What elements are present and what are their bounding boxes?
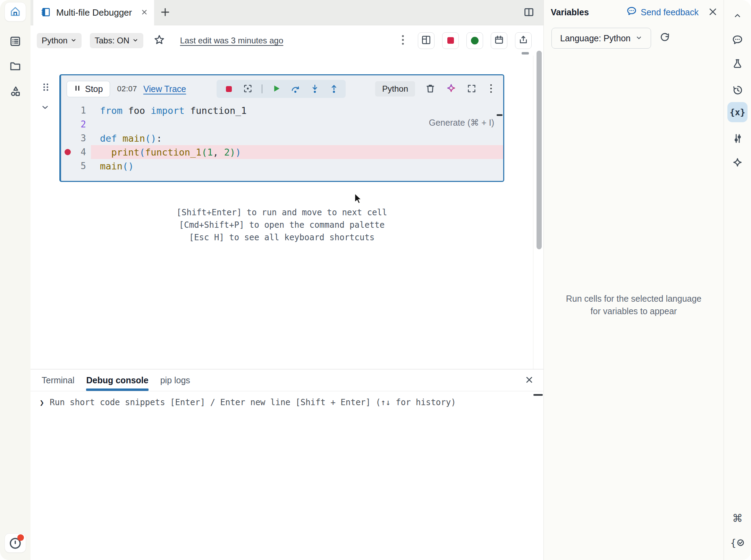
code-token: ) bbox=[235, 147, 241, 158]
code-line[interactable]: 3 def main(): bbox=[61, 131, 503, 145]
variables-panel: Variables Send feedback Language: Python bbox=[543, 0, 724, 560]
stop-debug-button[interactable]: Stop bbox=[67, 81, 110, 97]
step-into-button[interactable] bbox=[309, 84, 320, 94]
console-panel: Terminal Debug console pip logs ❯ bbox=[31, 369, 543, 560]
tab-multi-file-debugger[interactable]: Multi-file Debugger bbox=[33, 0, 154, 25]
chevron-down-icon bbox=[41, 103, 50, 113]
fullscreen-button[interactable] bbox=[466, 83, 477, 95]
tab-pip-logs-label: pip logs bbox=[160, 375, 190, 385]
layout-grid-icon bbox=[421, 35, 431, 46]
step-over-button[interactable] bbox=[290, 84, 301, 94]
favorite-star-button[interactable] bbox=[152, 33, 167, 48]
feedback-bubble-icon bbox=[626, 6, 637, 19]
continue-button[interactable] bbox=[271, 84, 281, 94]
horizontal-scroll-indicator[interactable] bbox=[522, 52, 529, 55]
focus-breakpoint-button[interactable] bbox=[243, 84, 253, 94]
history-panel-button[interactable] bbox=[728, 82, 747, 99]
machine-status-button[interactable] bbox=[466, 32, 483, 49]
more-options-button[interactable] bbox=[397, 32, 409, 49]
split-view-button[interactable] bbox=[521, 0, 537, 25]
layout-button[interactable] bbox=[418, 32, 434, 49]
stop-debugger-button[interactable] bbox=[223, 84, 234, 94]
tab-close-button[interactable] bbox=[140, 8, 149, 17]
code-token: ( bbox=[202, 147, 207, 158]
shapes-icon bbox=[9, 85, 22, 99]
line-number: 3 bbox=[74, 133, 86, 143]
line-number: 4 bbox=[74, 147, 86, 157]
schedule-button[interactable] bbox=[491, 32, 507, 49]
refresh-icon bbox=[659, 32, 671, 45]
pause-icon bbox=[74, 84, 81, 94]
tab-pip-logs[interactable]: pip logs bbox=[160, 369, 190, 391]
send-feedback-link[interactable]: Send feedback bbox=[626, 6, 699, 19]
chevron-down-icon bbox=[70, 36, 77, 45]
code-snippets-button[interactable]: { bbox=[728, 535, 747, 551]
stop-button-label: Stop bbox=[85, 84, 103, 94]
history-clock-button[interactable] bbox=[5, 533, 26, 553]
code-text: def main(): bbox=[91, 131, 503, 145]
cell-language-badge[interactable]: Python bbox=[375, 81, 415, 97]
language-dropdown[interactable]: Python bbox=[37, 33, 82, 48]
debug-timer: 02:07 bbox=[117, 84, 137, 93]
right-icon-rail: {x} ⌘ { bbox=[724, 0, 751, 560]
stop-machine-button[interactable] bbox=[442, 32, 459, 49]
panel-title: Variables bbox=[551, 7, 589, 17]
console-scroll-indicator[interactable] bbox=[533, 394, 543, 396]
tabs-toggle-dropdown[interactable]: Tabs: ON bbox=[90, 33, 143, 48]
cell-scrollbar[interactable] bbox=[497, 114, 503, 116]
generate-ai-hint[interactable]: Generate (⌘ + I) bbox=[429, 118, 494, 128]
tab-title: Multi-file Debugger bbox=[56, 7, 135, 18]
settings-sliders-button[interactable] bbox=[728, 131, 747, 147]
language-dropdown-label: Python bbox=[42, 36, 68, 45]
code-editor[interactable]: 1 from foo import function_1 2 3 def mai… bbox=[61, 102, 503, 173]
console-input[interactable]: ❯ Run short code snippets [Enter] / Ente… bbox=[31, 391, 543, 407]
chevron-down-icon bbox=[635, 33, 642, 43]
collapse-panel-button[interactable] bbox=[728, 8, 747, 24]
trash-icon bbox=[425, 83, 436, 95]
code-token: ( bbox=[140, 147, 145, 158]
comments-panel-button[interactable] bbox=[728, 32, 747, 49]
code-text: main() bbox=[91, 159, 503, 173]
code-token: : bbox=[157, 133, 162, 144]
focus-scan-icon bbox=[243, 83, 253, 95]
variables-language-row: Language: Python bbox=[551, 28, 724, 49]
sidebar-item-integrations[interactable] bbox=[5, 82, 26, 101]
sidebar-item-outline[interactable] bbox=[5, 32, 26, 51]
cell-more-options-button[interactable] bbox=[487, 82, 496, 96]
refresh-variables-button[interactable] bbox=[658, 31, 672, 45]
code-line[interactable]: 5 main() bbox=[61, 159, 503, 173]
prompt-chevron: ❯ bbox=[40, 398, 44, 407]
command-palette-button[interactable]: ⌘ bbox=[728, 510, 747, 526]
code-line-breakpoint[interactable]: 4 print(function_1(1, 2)) bbox=[61, 145, 503, 159]
kebab-menu-icon bbox=[487, 82, 496, 96]
code-line[interactable]: 1 from foo import function_1 bbox=[61, 103, 503, 117]
share-button[interactable] bbox=[515, 32, 532, 49]
step-out-button[interactable] bbox=[328, 84, 339, 94]
code-token: main bbox=[100, 161, 123, 172]
notebook-icon bbox=[40, 7, 51, 19]
cell-collapse-button[interactable] bbox=[41, 103, 50, 113]
last-edit-link[interactable]: Last edit was 3 minutes ago bbox=[180, 36, 284, 45]
breakpoint-gutter[interactable] bbox=[61, 149, 74, 155]
cell-drag-handle[interactable] bbox=[41, 82, 51, 93]
variables-language-dropdown[interactable]: Language: Python bbox=[551, 28, 651, 49]
sidebar-item-files[interactable] bbox=[5, 57, 26, 76]
ai-assist-button[interactable] bbox=[446, 83, 457, 95]
console-close-button[interactable] bbox=[524, 375, 534, 385]
home-button[interactable] bbox=[5, 2, 26, 22]
tab-terminal[interactable]: Terminal bbox=[42, 369, 74, 391]
variables-close-button[interactable] bbox=[707, 6, 719, 18]
experiments-panel-button[interactable] bbox=[728, 56, 747, 72]
view-trace-link[interactable]: View Trace bbox=[143, 84, 186, 94]
code-token: foo bbox=[128, 105, 151, 116]
new-tab-button[interactable] bbox=[154, 0, 176, 25]
delete-cell-button[interactable] bbox=[425, 83, 436, 95]
code-token: from bbox=[100, 105, 128, 116]
variables-panel-button[interactable]: {x} bbox=[727, 102, 748, 122]
breakpoint-icon[interactable] bbox=[65, 149, 71, 155]
ai-panel-button[interactable] bbox=[728, 155, 747, 172]
code-token: () bbox=[145, 133, 157, 144]
notebook-scrollbar[interactable] bbox=[537, 51, 542, 249]
tab-debug-console[interactable]: Debug console bbox=[86, 369, 148, 391]
play-icon bbox=[271, 84, 281, 94]
